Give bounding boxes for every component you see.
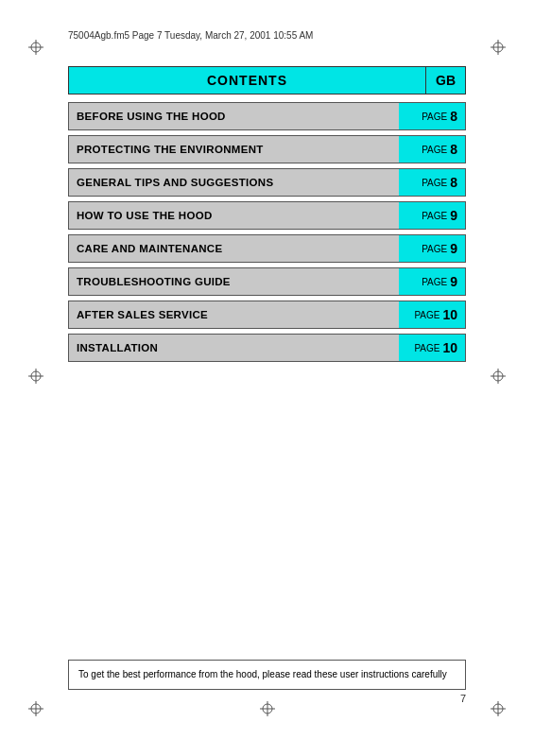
toc-page: PAGE 8 xyxy=(399,136,465,163)
toc-page-word: PAGE xyxy=(414,343,439,353)
toc-row: INSTALLATIONPAGE 10 xyxy=(68,334,466,362)
toc-page: PAGE 8 xyxy=(399,169,465,196)
toc-page-word: PAGE xyxy=(422,112,447,122)
toc-label: TROUBLESHOOTING GUIDE xyxy=(69,268,399,295)
page: 75004Agb.fm5 Page 7 Tuesday, March 27, 2… xyxy=(0,0,534,756)
reg-mark-mid-left xyxy=(28,369,43,384)
toc-page-num: 10 xyxy=(442,340,457,355)
toc-page-num: 8 xyxy=(450,175,457,190)
toc-page: PAGE 10 xyxy=(399,335,465,361)
reg-mark-bottom-right xyxy=(491,701,506,716)
reg-mark-top-right xyxy=(491,40,506,55)
toc-page-num: 9 xyxy=(450,208,457,223)
toc-label: CARE AND MAINTENANCE xyxy=(69,235,399,262)
toc-row: HOW TO USE THE HOODPAGE 9 xyxy=(68,201,466,230)
toc-row: TROUBLESHOOTING GUIDEPAGE 9 xyxy=(68,267,466,296)
reg-mark-bottom-center xyxy=(260,701,275,716)
contents-gb-label: GB xyxy=(425,66,466,94)
footer-note: To get the best performance from the hoo… xyxy=(68,660,466,690)
toc-page-word: PAGE xyxy=(422,211,447,221)
toc-table: BEFORE USING THE HOODPAGE 8PROTECTING TH… xyxy=(68,102,466,362)
toc-label: INSTALLATION xyxy=(69,335,399,361)
toc-page-num: 8 xyxy=(450,142,457,157)
toc-page-word: PAGE xyxy=(414,310,439,320)
toc-page-num: 9 xyxy=(450,274,457,289)
toc-page-word: PAGE xyxy=(422,178,447,188)
toc-page-num: 9 xyxy=(450,241,457,256)
toc-row: GENERAL TIPS AND SUGGESTIONSPAGE 8 xyxy=(68,168,466,197)
content-area: CONTENTS GB BEFORE USING THE HOODPAGE 8P… xyxy=(68,66,466,367)
toc-page: PAGE 9 xyxy=(399,202,465,229)
reg-mark-bottom-left xyxy=(28,701,43,716)
page-number: 7 xyxy=(460,693,466,704)
toc-page: PAGE 8 xyxy=(399,103,465,129)
reg-mark-top-left xyxy=(28,40,43,55)
reg-mark-mid-right xyxy=(491,369,506,384)
toc-page-word: PAGE xyxy=(422,244,447,254)
toc-row: BEFORE USING THE HOODPAGE 8 xyxy=(68,102,466,130)
header-file-info: 75004Agb.fm5 Page 7 Tuesday, March 27, 2… xyxy=(68,30,313,41)
toc-page: PAGE 9 xyxy=(399,235,465,262)
toc-row: AFTER SALES SERVICEPAGE 10 xyxy=(68,301,466,329)
toc-label: BEFORE USING THE HOOD xyxy=(69,103,399,129)
toc-label: GENERAL TIPS AND SUGGESTIONS xyxy=(69,169,399,196)
contents-header: CONTENTS GB xyxy=(68,66,466,94)
toc-label: PROTECTING THE ENVIRONMENT xyxy=(69,136,399,163)
toc-page-num: 10 xyxy=(442,307,457,322)
toc-page: PAGE 10 xyxy=(399,301,465,328)
toc-row: PROTECTING THE ENVIRONMENTPAGE 8 xyxy=(68,135,466,163)
toc-label: HOW TO USE THE HOOD xyxy=(69,202,399,229)
toc-page-word: PAGE xyxy=(422,277,447,287)
toc-page-num: 8 xyxy=(450,109,457,124)
toc-label: AFTER SALES SERVICE xyxy=(69,301,399,328)
contents-title: CONTENTS xyxy=(68,66,425,94)
toc-row: CARE AND MAINTENANCEPAGE 9 xyxy=(68,234,466,263)
toc-page-word: PAGE xyxy=(422,145,447,155)
toc-page: PAGE 9 xyxy=(399,268,465,295)
